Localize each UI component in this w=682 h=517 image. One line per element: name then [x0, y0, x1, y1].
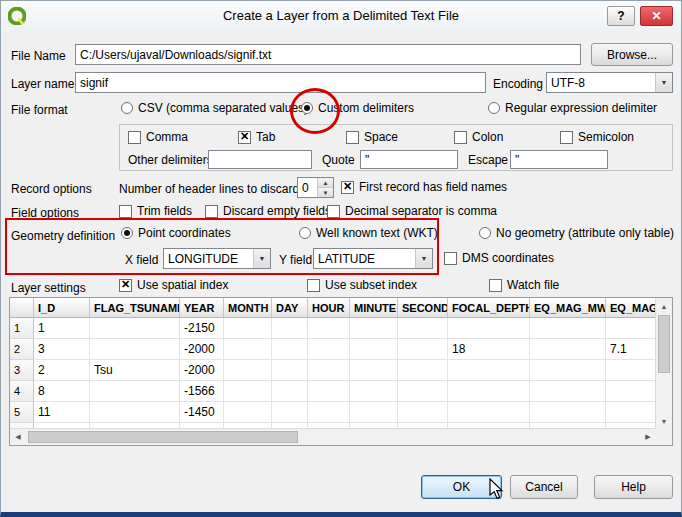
checkbox-indicator: [341, 181, 354, 194]
spin-down-icon[interactable]: ▼: [318, 188, 333, 197]
table-cell: [224, 381, 272, 402]
radio-no-geometry[interactable]: No geometry (attribute only table): [479, 226, 674, 240]
checkbox-discard-empty-fields[interactable]: Discard empty fields: [205, 204, 331, 218]
layer-name-input[interactable]: signif: [75, 72, 486, 93]
encoding-label: Encoding: [493, 77, 543, 91]
radio-regex-delimiter[interactable]: Regular expression delimiter: [488, 101, 657, 115]
checkbox-dms-coordinates[interactable]: DMS coordinates: [444, 251, 554, 265]
radio-indicator: [121, 227, 133, 239]
checkbox-tab[interactable]: Tab: [238, 130, 275, 144]
scroll-right-icon[interactable]: ▶: [640, 429, 656, 445]
encoding-select[interactable]: UTF-8 ▼: [546, 72, 673, 93]
x-field-select[interactable]: LONGITUDE ▼: [163, 248, 271, 269]
y-field-select[interactable]: LATITUDE ▼: [313, 248, 433, 269]
radio-label: Regular expression delimiter: [505, 101, 657, 115]
checkbox-use-spatial-index[interactable]: Use spatial index: [119, 278, 228, 292]
checkbox-first-record-field-names[interactable]: First record has field names: [341, 180, 507, 194]
checkbox-colon[interactable]: Colon: [454, 130, 503, 144]
table-cell: 1: [34, 318, 90, 339]
checkbox-watch-file[interactable]: Watch file: [489, 278, 559, 292]
column-header[interactable]: MINUTE: [350, 298, 398, 318]
quote-input[interactable]: ": [360, 150, 458, 169]
checkbox-space[interactable]: Space: [346, 130, 398, 144]
row-number: 4: [10, 381, 34, 402]
horizontal-scrollbar[interactable]: ◀ ▶: [10, 428, 656, 445]
vertical-scroll-thumb[interactable]: [658, 315, 670, 373]
table-cell: -1450: [180, 402, 224, 423]
checkbox-comma[interactable]: Comma: [128, 130, 188, 144]
checkbox-use-subset-index[interactable]: Use subset index: [307, 278, 417, 292]
column-header[interactable]: EQ_MAG_MW: [530, 298, 606, 318]
horizontal-scroll-thumb[interactable]: [28, 431, 298, 443]
chevron-down-icon: ▼: [415, 249, 432, 268]
escape-input[interactable]: ": [510, 150, 608, 169]
table-cell: -1566: [180, 381, 224, 402]
column-header[interactable]: HOUR: [308, 298, 350, 318]
scroll-down-icon[interactable]: ▼: [656, 413, 672, 429]
table-cell: -2000: [180, 360, 224, 381]
table-cell: -2000: [180, 339, 224, 360]
vertical-scrollbar[interactable]: ▲ ▼: [655, 298, 672, 429]
scroll-left-icon[interactable]: ◀: [10, 429, 26, 445]
table-cell: [398, 381, 448, 402]
table-cell: [90, 381, 180, 402]
scroll-up-icon[interactable]: ▲: [656, 298, 672, 314]
column-header[interactable]: MONTH: [224, 298, 272, 318]
close-button[interactable]: ✕: [640, 6, 673, 26]
row-number: 1: [10, 318, 34, 339]
radio-custom-delimiters[interactable]: Custom delimiters: [301, 101, 414, 115]
column-header[interactable]: I_D: [34, 298, 90, 318]
radio-label: CSV (comma separated values): [138, 101, 308, 115]
layer-name-label: Layer name: [11, 77, 74, 91]
checkbox-label: Semicolon: [578, 130, 634, 144]
radio-point-coordinates[interactable]: Point coordinates: [121, 226, 231, 240]
checkbox-indicator: [444, 252, 457, 265]
file-name-input[interactable]: C:/Users/ujaval/Downloads/signif.txt: [75, 44, 581, 65]
checkbox-indicator: [119, 279, 132, 292]
table-cell: [448, 402, 530, 423]
help-button[interactable]: Help: [594, 475, 673, 499]
title-bar[interactable]: Create a Layer from a Delimited Text Fil…: [1, 1, 681, 31]
table-cell: [530, 360, 606, 381]
table-cell: [272, 318, 308, 339]
column-header[interactable]: FLAG_TSUNAMI: [90, 298, 180, 318]
row-number: 5: [10, 402, 34, 423]
field-options-label: Field options: [11, 206, 79, 220]
checkbox-indicator: [346, 131, 359, 144]
ok-button[interactable]: OK: [421, 475, 502, 499]
column-header[interactable]: YEAR: [180, 298, 224, 318]
browse-button[interactable]: Browse...: [591, 43, 673, 66]
geometry-definition-label: Geometry definition: [11, 229, 115, 243]
quote-label: Quote: [322, 153, 355, 167]
cancel-button[interactable]: Cancel: [510, 475, 578, 499]
table-cell: [530, 381, 606, 402]
help-titlebar-button[interactable]: ?: [607, 6, 635, 26]
radio-well-known-text[interactable]: Well known text (WKT): [299, 226, 438, 240]
table-cell: [308, 381, 350, 402]
preview-table: I_DFLAG_TSUNAMIYEARMONTHDAYHOURMINUTESEC…: [10, 298, 666, 444]
column-header[interactable]: SECOND: [398, 298, 448, 318]
checkbox-label: Use spatial index: [137, 278, 228, 292]
checkbox-semicolon[interactable]: Semicolon: [560, 130, 634, 144]
checkbox-label: Space: [364, 130, 398, 144]
table-cell: [90, 402, 180, 423]
header-lines-spinner[interactable]: 0 ▲ ▼: [297, 177, 334, 198]
column-header[interactable]: DAY: [272, 298, 308, 318]
checkbox-decimal-separator-comma[interactable]: Decimal separator is comma: [327, 204, 497, 218]
file-format-label: File format: [11, 103, 68, 117]
table-cell: [398, 318, 448, 339]
spinner-value: 0: [298, 178, 317, 197]
table-cell: [308, 360, 350, 381]
layer-settings-label: Layer settings: [11, 281, 86, 295]
radio-csv[interactable]: CSV (comma separated values): [121, 101, 308, 115]
checkbox-indicator: [119, 205, 132, 218]
table-cell: [308, 402, 350, 423]
checkbox-trim-fields[interactable]: Trim fields: [119, 204, 192, 218]
spin-up-icon[interactable]: ▲: [318, 178, 333, 188]
table-cell: [350, 381, 398, 402]
other-delimiters-input[interactable]: [208, 150, 312, 169]
table-cell: [272, 339, 308, 360]
column-header[interactable]: FOCAL_DEPTH: [448, 298, 530, 318]
table-cell: 2: [34, 360, 90, 381]
checkbox-label: Watch file: [507, 278, 559, 292]
